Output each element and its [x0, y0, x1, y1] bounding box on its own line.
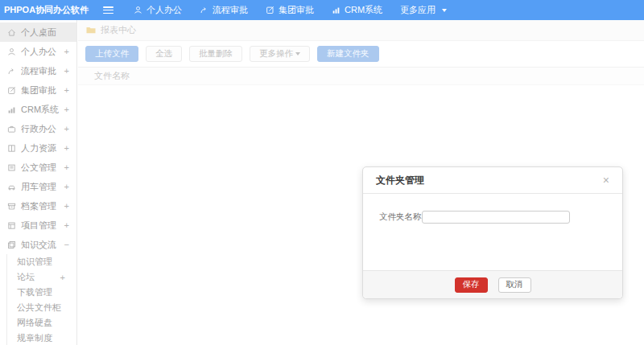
top-bar: PHPOA协同办公软件 个人办公 流程审批 集团审批 CRM系统 更多应用 [0, 0, 644, 20]
sidebar-subitem-knowledge-mgmt[interactable]: 知识管理 [7, 254, 76, 269]
sidebar-item-label: 个人办公 [21, 46, 64, 58]
folder-name-input[interactable] [422, 211, 570, 224]
top-nav-crm[interactable]: CRM系统 [323, 0, 391, 20]
sidebar-item-hr[interactable]: 人力资源 + [0, 138, 76, 158]
expand-plus-icon[interactable]: + [64, 162, 69, 172]
sidebar-item-label: CRM系统 [21, 104, 64, 116]
top-nav-personal-office[interactable]: 个人办公 [125, 0, 191, 20]
more-actions-button[interactable]: 更多操作 [250, 46, 310, 62]
cancel-button[interactable]: 取消 [498, 277, 531, 293]
process-icon [200, 6, 208, 14]
new-folder-button[interactable]: 新建文件夹 [317, 46, 379, 62]
breadcrumb: 报表中心 [78, 20, 644, 41]
upload-file-button[interactable]: 上传文件 [85, 46, 138, 62]
button-label: 批量删除 [199, 48, 233, 60]
folder-name-label: 文件夹名称 [379, 212, 418, 223]
dialog-footer: 保存 取消 [363, 270, 622, 298]
sidebar-subitem-public-file-cabinet[interactable]: 公共文件柜 [7, 300, 76, 315]
expand-plus-icon[interactable]: + [64, 66, 69, 76]
caret-down-icon [295, 52, 300, 55]
collapse-minus-icon[interactable]: − [64, 240, 69, 249]
sidebar-subitem-label: 规章制度 [17, 332, 65, 344]
top-nav-label: 更多应用 [400, 4, 436, 16]
file-name-column-header: 文件名称 [94, 70, 130, 82]
sidebar-item-label: 行政办公 [21, 123, 64, 135]
sidebar-item-label: 集团审批 [21, 84, 64, 97]
sidebar-subitem-label: 网络硬盘 [17, 317, 65, 329]
top-nav-label: 集团审批 [279, 4, 314, 16]
sidebar-item-group-approval[interactable]: 集团审批 + [0, 80, 76, 100]
sidebar-item-desktop[interactable]: 个人桌面 [0, 23, 76, 42]
top-nav-group-approval[interactable]: 集团审批 [257, 0, 323, 20]
user-icon [134, 6, 142, 14]
sidebar-item-archive-mgmt[interactable]: 档案管理 + [0, 196, 76, 216]
sidebar-item-label: 项目管理 [21, 220, 64, 232]
briefcase-icon [7, 125, 16, 133]
project-icon [7, 221, 16, 230]
file-toolbar: 上传文件 全选 批量删除 更多操作 新建文件夹 [78, 41, 644, 62]
dialog-title: 文件夹管理 [376, 174, 424, 187]
breadcrumb-report-center[interactable]: 报表中心 [101, 24, 136, 36]
button-label: 保存 [463, 279, 480, 290]
home-icon [7, 28, 16, 37]
dialog-header: 文件夹管理 × [363, 167, 622, 194]
expand-plus-icon[interactable]: + [64, 220, 69, 230]
edit-icon [7, 86, 16, 95]
top-nav-process-approval[interactable]: 流程审批 [191, 0, 257, 20]
sidebar-item-personal-office[interactable]: 个人办公 + [0, 42, 76, 61]
select-all-button[interactable]: 全选 [146, 46, 182, 62]
folder-name-row: 文件夹名称 [363, 211, 622, 224]
button-label: 全选 [155, 48, 172, 60]
sidebar-item-crm[interactable]: CRM系统 + [0, 100, 76, 119]
button-label: 上传文件 [95, 48, 129, 60]
expand-plus-icon[interactable]: + [60, 273, 65, 282]
sidebar-item-knowledge-exchange[interactable]: 知识交流 − [0, 235, 76, 254]
sidebar-subitem-label: 论坛 [17, 271, 60, 283]
button-label: 更多操作 [259, 48, 293, 60]
sidebar-item-document-mgmt[interactable]: 公文管理 + [0, 158, 76, 177]
top-nav-label: 流程审批 [213, 4, 248, 16]
button-label: 新建文件夹 [327, 48, 369, 60]
process-icon [7, 67, 16, 76]
close-icon[interactable]: × [603, 175, 609, 186]
sidebar-subitem-download-mgmt[interactable]: 下载管理 [7, 285, 76, 300]
car-icon [7, 183, 16, 191]
expand-plus-icon[interactable]: + [64, 47, 69, 56]
top-nav: 个人办公 流程审批 集团审批 CRM系统 更多应用 [125, 0, 456, 20]
expand-plus-icon[interactable]: + [64, 182, 69, 191]
sidebar-item-label: 档案管理 [21, 200, 64, 212]
menu-toggle-icon[interactable] [103, 6, 114, 14]
sidebar-subitem-label: 知识管理 [17, 256, 65, 268]
save-button[interactable]: 保存 [455, 277, 488, 293]
sidebar-subitem-network-disk[interactable]: 网络硬盘 [7, 315, 76, 331]
sidebar-item-label: 用车管理 [21, 181, 64, 193]
sidebar-subitem-forum[interactable]: 论坛 + [7, 269, 76, 285]
chart-icon [332, 6, 341, 14]
sidebar-submenu-knowledge: 知识管理 论坛 + 下载管理 公共文件柜 网络硬盘 规章制度 [6, 254, 76, 345]
sidebar-item-vehicle-mgmt[interactable]: 用车管理 + [0, 177, 76, 196]
top-nav-more-apps[interactable]: 更多应用 [391, 0, 456, 20]
document-icon [7, 163, 16, 172]
sidebar-item-project-mgmt[interactable]: 项目管理 + [0, 216, 76, 235]
sidebar-subitem-rules[interactable]: 规章制度 [7, 331, 76, 345]
sidebar-subitem-label: 公共文件柜 [17, 302, 65, 314]
folder-icon [86, 26, 96, 35]
expand-plus-icon[interactable]: + [64, 105, 69, 114]
sidebar-item-label: 人力资源 [21, 142, 64, 154]
sidebar-item-admin-office[interactable]: 行政办公 + [0, 119, 76, 138]
expand-plus-icon[interactable]: + [64, 124, 69, 133]
expand-plus-icon[interactable]: + [64, 85, 69, 95]
file-table-header: 文件名称 [78, 67, 644, 85]
chart-icon [7, 105, 16, 114]
edit-icon [266, 6, 275, 14]
top-nav-label: CRM系统 [345, 4, 382, 16]
layers-icon [7, 240, 16, 249]
expand-plus-icon[interactable]: + [64, 201, 69, 211]
sidebar-item-process-approval[interactable]: 流程审批 + [0, 61, 76, 80]
sidebar-item-label: 个人桌面 [21, 27, 69, 39]
expand-plus-icon[interactable]: + [64, 143, 69, 153]
user-icon [7, 47, 16, 56]
batch-delete-button[interactable]: 批量删除 [189, 46, 242, 62]
archive-icon [7, 202, 16, 211]
button-label: 取消 [506, 279, 523, 290]
